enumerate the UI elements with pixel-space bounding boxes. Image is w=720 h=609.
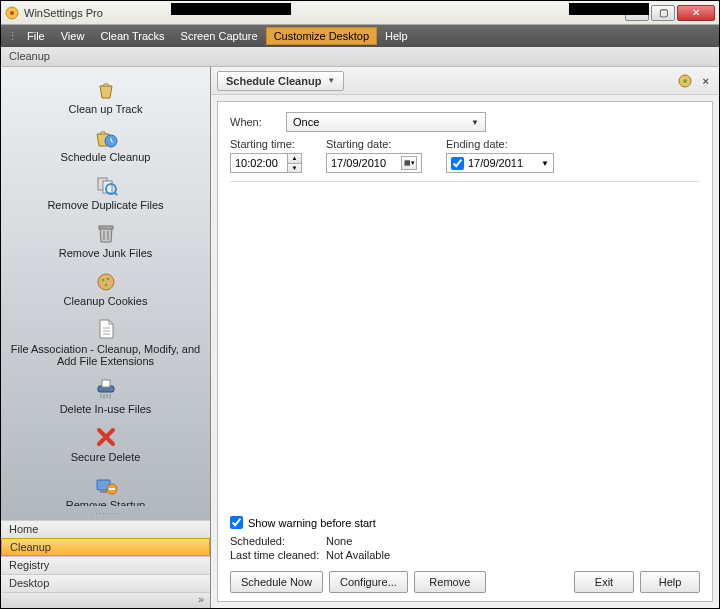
- schedule-panel: When: Once ▼ Starting time: 10:02:00: [217, 101, 713, 602]
- remove-button[interactable]: Remove: [414, 571, 486, 593]
- menu-help[interactable]: Help: [377, 27, 416, 45]
- menu-customize-desktop[interactable]: Customize Desktop: [266, 27, 377, 45]
- redaction-bar: [171, 3, 291, 15]
- sidebar-item-cleanup-cookies[interactable]: Cleanup Cookies: [1, 267, 210, 315]
- svg-point-13: [104, 284, 107, 287]
- sidebar-item-label: Cleanup Cookies: [7, 295, 204, 307]
- calendar-dropdown-icon[interactable]: ▦▾: [401, 156, 417, 170]
- bag-clock-icon: [7, 125, 204, 149]
- sidebar-item-label: File Association - Cleanup, Modify, and …: [7, 343, 204, 367]
- end-date-picker[interactable]: 17/09/2011 ▼: [446, 153, 554, 173]
- chevron-down-icon: ▼: [471, 118, 479, 127]
- nav-tab-home[interactable]: Home: [1, 520, 210, 538]
- sidebar-item-label: Remove Startup: [7, 499, 204, 506]
- sidebar-item-label: Clean up Track: [7, 103, 204, 115]
- duplicate-files-icon: [7, 173, 204, 197]
- bag-icon: [7, 77, 204, 101]
- start-date-label: Starting date:: [326, 138, 422, 150]
- sidebar-item-schedule-cleanup[interactable]: Schedule Cleanup: [1, 123, 210, 171]
- when-label: When:: [230, 116, 286, 128]
- start-time-label: Starting time:: [230, 138, 302, 150]
- menu-view[interactable]: View: [53, 27, 93, 45]
- svg-point-1: [10, 11, 14, 15]
- chevron-down-icon: ▼: [327, 76, 335, 85]
- toolbar-schedule-cleanup-button[interactable]: Schedule Cleanup ▼: [217, 71, 344, 91]
- svg-point-11: [101, 279, 104, 282]
- category-header: Cleanup: [1, 47, 719, 67]
- last-cleaned-value: Not Available: [326, 549, 700, 561]
- sidebar-item-file-association[interactable]: File Association - Cleanup, Modify, and …: [1, 315, 210, 375]
- spinner-up-icon[interactable]: ▲: [288, 154, 301, 164]
- start-date-picker[interactable]: 17/09/2010 ▦▾: [326, 153, 422, 173]
- sidebar-resize-grip[interactable]: ∙∙∙∙∙∙∙∙: [1, 506, 210, 520]
- sidebar-item-remove-duplicate[interactable]: Remove Duplicate Files: [1, 171, 210, 219]
- toolbar-button-label: Schedule Cleanup: [226, 75, 321, 87]
- nav-tab-cleanup[interactable]: Cleanup: [1, 538, 210, 556]
- close-button[interactable]: ✕: [677, 5, 715, 21]
- end-date-enable-checkbox[interactable]: [451, 157, 464, 170]
- sidebar-item-label: Schedule Cleanup: [7, 151, 204, 163]
- document-icon: [7, 317, 204, 341]
- titlebar: WinSettings Pro — ▢ ✕: [1, 1, 719, 25]
- when-select[interactable]: Once ▼: [286, 112, 486, 132]
- sidebar-item-secure-delete[interactable]: Secure Delete: [1, 423, 210, 471]
- scheduled-value: None: [326, 535, 700, 547]
- when-value: Once: [293, 116, 319, 128]
- app-icon: [5, 6, 19, 20]
- end-date-value: 17/09/2011: [468, 157, 523, 169]
- trash-icon: [7, 221, 204, 245]
- panel-close-button[interactable]: ×: [699, 75, 713, 87]
- nav-strip: Home Cleanup Registry Desktop »: [1, 520, 210, 608]
- menu-clean-tracks[interactable]: Clean Tracks: [92, 27, 172, 45]
- svg-rect-26: [109, 488, 115, 490]
- spinner-down-icon[interactable]: ▼: [288, 164, 301, 173]
- redaction-bar: [569, 3, 649, 15]
- panel-body-spacer: [230, 182, 700, 516]
- sidebar-item-label: Secure Delete: [7, 451, 204, 463]
- svg-rect-18: [102, 380, 110, 387]
- last-cleaned-label: Last time cleaned:: [230, 549, 326, 561]
- start-time-value: 10:02:00: [235, 157, 278, 169]
- startup-remove-icon: [7, 473, 204, 497]
- sidebar-item-label: Remove Junk Files: [7, 247, 204, 259]
- show-warning-checkbox[interactable]: [230, 516, 243, 529]
- toolbar: Schedule Cleanup ▼ ×: [211, 67, 719, 95]
- sidebar-item-remove-junk[interactable]: Remove Junk Files: [1, 219, 210, 267]
- sidebar-item-clean-up-track[interactable]: Clean up Track: [1, 75, 210, 123]
- app-window: WinSettings Pro — ▢ ✕ ⋮ File View Clean …: [0, 0, 720, 609]
- svg-point-10: [98, 274, 114, 290]
- nav-expand-button[interactable]: »: [1, 592, 210, 608]
- start-date-value: 17/09/2010: [331, 157, 386, 169]
- nav-tab-desktop[interactable]: Desktop: [1, 574, 210, 592]
- scheduled-label: Scheduled:: [230, 535, 326, 547]
- sidebar: Clean up Track Schedule Cleanup Remove D…: [1, 67, 211, 608]
- menu-file[interactable]: File: [19, 27, 53, 45]
- end-date-label: Ending date:: [446, 138, 554, 150]
- cookie-icon: [7, 269, 204, 293]
- nav-tab-registry[interactable]: Registry: [1, 556, 210, 574]
- maximize-button[interactable]: ▢: [651, 5, 675, 21]
- sidebar-item-label: Remove Duplicate Files: [7, 199, 204, 211]
- show-warning-label: Show warning before start: [248, 517, 376, 529]
- svg-line-6: [114, 192, 117, 195]
- svg-point-12: [106, 278, 109, 281]
- menu-screen-capture[interactable]: Screen Capture: [173, 27, 266, 45]
- main-panel: Schedule Cleanup ▼ × When: Once: [211, 67, 719, 608]
- start-time-spinner[interactable]: 10:02:00 ▲ ▼: [230, 153, 302, 173]
- svg-rect-7: [99, 226, 113, 229]
- shredder-icon: [7, 377, 204, 401]
- menubar: ⋮ File View Clean Tracks Screen Capture …: [1, 25, 719, 47]
- help-button[interactable]: Help: [640, 571, 700, 593]
- window-title: WinSettings Pro: [24, 7, 623, 19]
- configure-button[interactable]: Configure...: [329, 571, 408, 593]
- sidebar-item-remove-startup[interactable]: Remove Startup: [1, 471, 210, 506]
- sidebar-item-delete-inuse[interactable]: Delete In-use Files: [1, 375, 210, 423]
- chevron-down-icon[interactable]: ▼: [541, 159, 549, 168]
- x-delete-icon: [7, 425, 204, 449]
- toolbar-gear-icon[interactable]: [677, 73, 693, 89]
- menu-grip-icon: ⋮: [7, 30, 15, 43]
- svg-point-28: [683, 79, 687, 83]
- schedule-now-button[interactable]: Schedule Now: [230, 571, 323, 593]
- exit-button[interactable]: Exit: [574, 571, 634, 593]
- svg-rect-24: [100, 490, 107, 493]
